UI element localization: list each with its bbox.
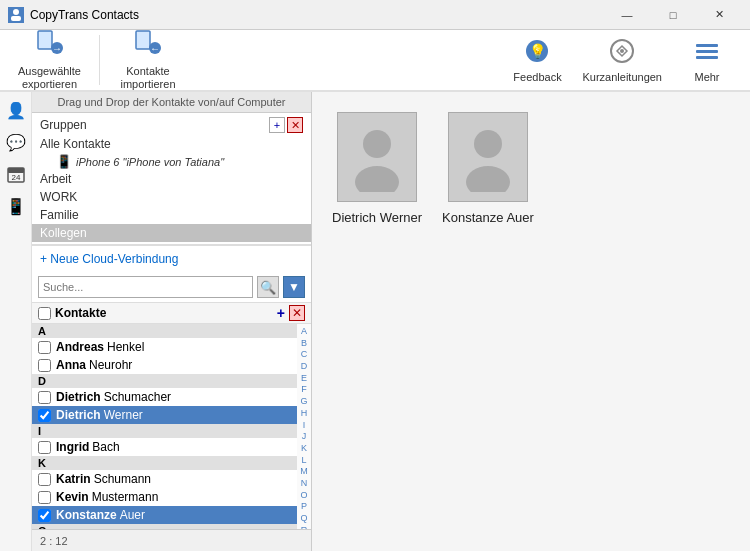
contact-first-name: Anna (56, 358, 86, 372)
statusbar: 2 : 12 (32, 529, 311, 551)
more-button[interactable]: Mehr (672, 34, 742, 87)
contact-last-name: Neurohr (89, 358, 132, 372)
svg-text:←: ← (150, 43, 160, 54)
contact-first-name: Kevin (56, 490, 89, 504)
groups-header: Gruppen + ✕ (32, 115, 311, 135)
alpha-letter[interactable]: K (301, 443, 307, 455)
contact-row[interactable]: DietrichSchumacher (32, 388, 297, 406)
contact-row[interactable]: DietrichWerner (32, 406, 297, 424)
del-group-button[interactable]: ✕ (287, 117, 303, 133)
feedback-button[interactable]: 💡 Feedback (502, 34, 572, 87)
contacts-nav[interactable]: 👤 (2, 96, 30, 124)
contact-row[interactable]: KatrinSchumann (32, 470, 297, 488)
group-buttons: + ✕ (269, 117, 303, 133)
feedback-icon: 💡 (524, 38, 550, 69)
shortcuts-button[interactable]: Kurzanleitungen (574, 34, 670, 87)
search-input[interactable] (38, 276, 253, 298)
alpha-letter[interactable]: D (301, 361, 308, 373)
contact-row[interactable]: KonstanzeAuer (32, 506, 297, 524)
tree-group-item[interactable]: Familie (32, 206, 311, 224)
close-button[interactable]: ✕ (696, 0, 742, 30)
calendar-nav[interactable]: 24 (2, 160, 30, 188)
groups-label: Gruppen (40, 118, 87, 132)
svg-text:→: → (52, 43, 62, 54)
alpha-index[interactable]: ABCDEFGHIJKLMNOPQRSTUVWXYZ# (297, 324, 311, 529)
contact-checkbox[interactable] (38, 341, 51, 354)
contact-card[interactable]: Konstanze Auer (442, 112, 534, 225)
nav-icons: 👤 💬 24 📱 (0, 92, 32, 551)
contact-avatar (337, 112, 417, 202)
contact-checkbox[interactable] (38, 441, 51, 454)
contact-list-wrapper: AAndreasHenkelAnnaNeurohrDDietrichSchuma… (32, 324, 311, 529)
window-controls: — □ ✕ (604, 0, 742, 30)
contact-section-header: K (32, 456, 297, 470)
minimize-button[interactable]: — (604, 0, 650, 30)
alpha-letter[interactable]: L (301, 455, 306, 467)
alpha-letter[interactable]: E (301, 373, 307, 385)
tree-group-item[interactable]: WORK (32, 188, 311, 206)
alpha-letter[interactable]: F (301, 384, 307, 396)
svg-rect-5 (136, 31, 150, 49)
contact-cards: Dietrich Werner Konstanze Auer (312, 92, 750, 551)
contact-card[interactable]: Dietrich Werner (332, 112, 422, 225)
svg-text:24: 24 (11, 173, 20, 182)
add-contact-button[interactable]: + (277, 305, 285, 321)
alpha-letter[interactable]: I (303, 420, 306, 432)
alpha-letter[interactable]: G (300, 396, 307, 408)
contact-row[interactable]: IngridBach (32, 438, 297, 456)
contact-card-name: Konstanze Auer (442, 210, 534, 225)
alpha-letter[interactable]: H (301, 408, 308, 420)
contact-checkbox[interactable] (38, 391, 51, 404)
alpha-letter[interactable]: Q (300, 513, 307, 525)
svg-rect-13 (696, 50, 718, 53)
select-all-checkbox[interactable] (38, 307, 51, 320)
contact-checkbox[interactable] (38, 473, 51, 486)
delete-contact-button[interactable]: ✕ (289, 305, 305, 321)
search-button[interactable]: 🔍 (257, 276, 279, 298)
alpha-letter[interactable]: O (300, 490, 307, 502)
svg-rect-14 (696, 56, 718, 59)
toolbar-separator (99, 35, 100, 85)
all-contacts-item[interactable]: Alle Kontakte (32, 135, 311, 153)
cloud-connection-button[interactable]: + Neue Cloud-Verbindung (32, 245, 311, 272)
alpha-letter[interactable]: A (301, 326, 307, 338)
contact-list: AAndreasHenkelAnnaNeurohrDDietrichSchuma… (32, 324, 297, 529)
alpha-letter[interactable]: C (301, 349, 308, 361)
alpha-letter[interactable]: N (301, 478, 308, 490)
contact-first-name: Dietrich (56, 408, 101, 422)
contact-avatar (448, 112, 528, 202)
alpha-letter[interactable]: P (301, 501, 307, 513)
tree-group-item[interactable]: Kollegen (32, 224, 311, 242)
search-area: 🔍 ▼ (32, 272, 311, 303)
contact-checkbox[interactable] (38, 359, 51, 372)
messages-nav[interactable]: 💬 (2, 128, 30, 156)
svg-point-21 (466, 166, 510, 192)
filter-button[interactable]: ▼ (283, 276, 305, 298)
contact-checkbox[interactable] (38, 409, 51, 422)
svg-point-20 (474, 130, 502, 158)
contact-row[interactable]: AnnaNeurohr (32, 356, 297, 374)
add-group-button[interactable]: + (269, 117, 285, 133)
export-button[interactable]: → Ausgewählteexportieren (8, 25, 91, 95)
svg-rect-1 (11, 16, 21, 21)
contact-card-name: Dietrich Werner (332, 210, 422, 225)
alpha-letter[interactable]: J (302, 431, 307, 443)
contact-checkbox[interactable] (38, 509, 51, 522)
svg-text:💡: 💡 (529, 43, 547, 60)
svg-point-19 (355, 166, 399, 192)
import-button[interactable]: ← Kontakteimportieren (108, 25, 188, 95)
alpha-letter[interactable]: B (301, 338, 307, 350)
tree-group-item[interactable]: Arbeit (32, 170, 311, 188)
maximize-button[interactable]: □ (650, 0, 696, 30)
contact-row[interactable]: KevinMustermann (32, 488, 297, 506)
svg-point-18 (363, 130, 391, 158)
contact-checkbox[interactable] (38, 491, 51, 504)
contact-last-name: Schumacher (104, 390, 171, 404)
alpha-letter[interactable]: M (300, 466, 308, 478)
app-icon (8, 7, 24, 23)
status-text: 2 : 12 (40, 535, 68, 547)
shortcuts-label: Kurzanleitungen (582, 71, 662, 83)
iphone-item[interactable]: 📱 iPhone 6 "iPhone von Tatiana" (32, 153, 311, 170)
contact-row[interactable]: AndreasHenkel (32, 338, 297, 356)
device-nav[interactable]: 📱 (2, 192, 30, 220)
